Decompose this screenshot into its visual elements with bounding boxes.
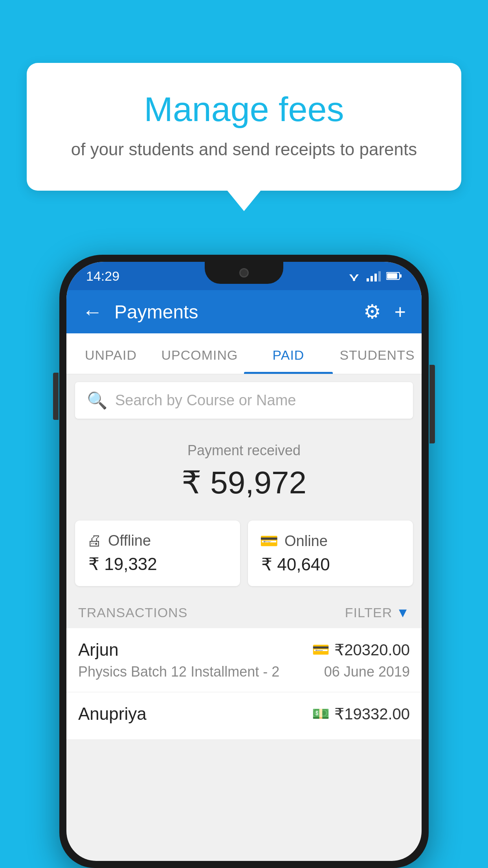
offline-label: Offline [108, 532, 151, 549]
transaction-amount: 💵 ₹19332.00 [312, 705, 410, 723]
status-time: 14:29 [86, 268, 119, 284]
back-button[interactable]: ← [82, 300, 103, 324]
payment-received-section: Payment received ₹ 59,972 [66, 427, 422, 513]
search-bar[interactable]: 🔍 Search by Course or Name [75, 382, 413, 419]
search-icon: 🔍 [87, 391, 107, 410]
svg-rect-9 [400, 274, 402, 278]
transaction-date: 06 June 2019 [324, 664, 410, 680]
offline-card: 🖨 Offline ₹ 19,332 [75, 520, 240, 586]
svg-rect-5 [371, 276, 373, 281]
bubble-title: Manage fees [50, 90, 438, 129]
payment-received-label: Payment received [66, 442, 422, 459]
tab-upcoming[interactable]: UPCOMING [155, 333, 244, 374]
svg-rect-10 [387, 273, 397, 279]
signal-icon [367, 270, 381, 281]
settings-icon[interactable]: ⚙ [363, 300, 381, 323]
wifi-icon [347, 270, 361, 281]
bubble-subtitle: of your students and send receipts to pa… [50, 140, 438, 159]
offline-icon: 🖨 [87, 532, 102, 549]
filter-button[interactable]: FILTER ▼ [345, 605, 410, 620]
phone-screen: 14:29 [66, 262, 422, 861]
transaction-amount: 💳 ₹20320.00 [312, 641, 410, 659]
offline-amount: ₹ 19,332 [87, 554, 228, 574]
tab-students[interactable]: STUDENTS [333, 333, 422, 374]
tabs: UNPAID UPCOMING PAID STUDENTS [66, 333, 422, 374]
tab-unpaid[interactable]: UNPAID [66, 333, 155, 374]
online-icon: 💳 [260, 532, 278, 550]
card-payment-icon: 💳 [312, 642, 330, 658]
content-area: 🔍 Search by Course or Name Payment recei… [66, 382, 422, 740]
cash-payment-icon: 💵 [312, 706, 330, 722]
svg-rect-4 [367, 278, 369, 281]
transaction-course: Physics Batch 12 Installment - 2 [78, 664, 279, 680]
notch [205, 262, 283, 284]
search-placeholder: Search by Course or Name [115, 392, 296, 409]
camera [239, 268, 249, 278]
online-label: Online [284, 533, 328, 550]
payment-cards: 🖨 Offline ₹ 19,332 💳 Online ₹ 40,640 [66, 513, 422, 594]
app-bar: ← Payments ⚙ + [66, 290, 422, 333]
filter-label: FILTER [345, 605, 393, 620]
battery-icon [386, 272, 402, 280]
transaction-item[interactable]: Arjun 💳 ₹20320.00 Physics Batch 12 Insta… [66, 628, 422, 692]
speech-bubble: Manage fees of your students and send re… [27, 63, 461, 191]
online-card: 💳 Online ₹ 40,640 [248, 520, 413, 586]
svg-rect-7 [378, 271, 381, 281]
transactions-label: TRANSACTIONS [78, 605, 187, 620]
tab-paid[interactable]: PAID [244, 333, 333, 374]
transaction-name: Arjun [78, 640, 119, 660]
transaction-name: Anupriya [78, 704, 147, 724]
svg-rect-6 [374, 274, 377, 281]
payment-received-amount: ₹ 59,972 [66, 464, 422, 501]
transactions-header: TRANSACTIONS FILTER ▼ [66, 594, 422, 628]
app-bar-actions: ⚙ + [363, 300, 406, 323]
transaction-item[interactable]: Anupriya 💵 ₹19332.00 [66, 692, 422, 740]
filter-icon: ▼ [396, 605, 410, 620]
add-icon[interactable]: + [394, 300, 406, 323]
online-amount: ₹ 40,640 [260, 554, 401, 574]
app-bar-title: Payments [114, 301, 363, 323]
phone-frame: 14:29 [59, 255, 429, 868]
svg-point-3 [353, 279, 355, 281]
status-icons [347, 270, 402, 281]
status-bar: 14:29 [66, 262, 422, 290]
